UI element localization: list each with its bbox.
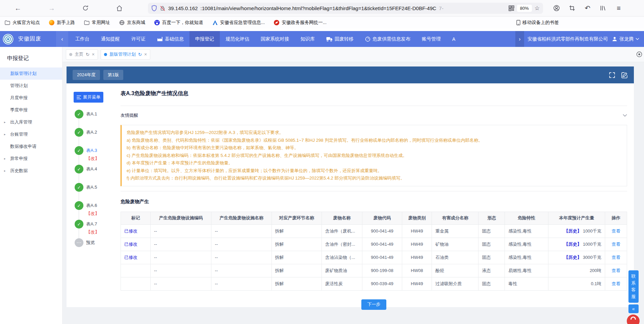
bookmark-item[interactable]: 安徽省应急管理信息... [212, 20, 265, 26]
nav-item-知识库[interactable]: 知识库 [295, 31, 320, 47]
expand-arrow-icon: ▸ [4, 120, 6, 124]
sidebar-item-label: 台账管理 [10, 131, 28, 137]
bookmark-star-icon[interactable]: ☆ [535, 5, 540, 12]
tab-refresh-icon[interactable]: ↻ [86, 52, 89, 57]
screenshot-crop-icon[interactable] [567, 3, 577, 13]
tab-close-icon[interactable]: × [144, 52, 147, 57]
wizard-step-表A.2[interactable]: ✓表A.2 [75, 128, 121, 137]
bookmark-label: 京东商城 [127, 20, 145, 26]
nav-item-通知提醒[interactable]: 通知提醒 [95, 31, 126, 47]
sidebar-item-台账管理[interactable]: ▸台账管理 [0, 128, 62, 140]
bookmark-item[interactable]: 火狐官方站点 [5, 20, 40, 26]
library-icon[interactable] [598, 3, 608, 13]
column-header: 本年度预计产生量 [548, 212, 605, 224]
company-expand-chevron[interactable]: › [515, 31, 524, 47]
tab-新版管理计划[interactable]: 新版管理计划↻× [101, 49, 150, 60]
bookmark-label: 新手上路 [57, 20, 75, 26]
sidebar-item-数据修改申请[interactable]: 数据修改申请 [0, 140, 62, 153]
chevron-down-icon [636, 38, 639, 40]
sidebar-item-季度申报[interactable]: 季度申报 [0, 104, 62, 116]
url-path-faded: 7- [439, 5, 443, 11]
view-link[interactable]: 查看 [612, 281, 620, 286]
qr-code-icon[interactable] [509, 5, 514, 11]
zoom-level-badge[interactable]: 80% [517, 5, 532, 12]
notice-box: 危险废物产生情况填写内容参见HJ 1259—2022附录 A.3，填写应满足以下… [121, 125, 627, 186]
menu-icon[interactable]: ≡ [614, 3, 624, 13]
form-panel: 展开菜单 ✓表A.1✓表A.2✓表A.3【改】✓表A.4✓表A.5✓表A.6【改… [67, 83, 634, 307]
tab-bar: 主页↻×新版管理计划↻× [62, 47, 644, 62]
sidebar-item-新版管理计划[interactable]: 新版管理计划 [0, 68, 62, 80]
notice-line: b) 有害成分名称：危险废物中对环境有害的主要污染物名称，如苯系物、氰化物、砷等… [127, 144, 622, 152]
nav-item-基础信息[interactable]: 基础信息 [151, 31, 189, 47]
forward-icon[interactable]: → [46, 2, 57, 14]
undo-history-icon[interactable]: ↶ [583, 3, 593, 13]
service-collapse-button[interactable]: « [628, 304, 639, 313]
user-menu[interactable]: 张龙腾 [612, 36, 639, 42]
view-link[interactable]: 查看 [612, 242, 620, 247]
sidebar-item-历史数据[interactable]: ▸历史数据 [0, 165, 62, 177]
nav-item-工作台[interactable]: 工作台 [70, 31, 95, 47]
history-tag[interactable]: 【历史】 [564, 255, 582, 260]
bookmark-item[interactable]: 新手上路 [49, 20, 75, 26]
section-title: 危险废物产生 [121, 199, 627, 205]
nav-item-账号管理[interactable]: 账号管理 [416, 31, 446, 47]
fullscreen-icon[interactable] [609, 72, 615, 78]
url-bar[interactable]: 39.145.0.162:10081/main/view/home/horizo… [148, 3, 543, 14]
bookmark-item[interactable]: 安徽政务服务网统一... [274, 20, 327, 26]
sidebar-item-管理计划[interactable]: 管理计划 [0, 80, 62, 92]
tab-refresh-icon[interactable]: ↻ [138, 52, 142, 57]
bookmark-item[interactable]: 常用网址 [84, 20, 110, 26]
version-badge[interactable]: 第1版 [103, 70, 123, 80]
sidebar-item-出入库管理[interactable]: ▸出入库管理 [0, 116, 62, 128]
bookmark-label: 火狐官方站点 [12, 20, 40, 26]
contact-service-button[interactable]: 联系客服 [628, 270, 639, 303]
wizard-step-表A.7[interactable]: ✓表A.7 [75, 220, 121, 228]
nav-item-申报登记[interactable]: 申报登记 [189, 31, 220, 47]
tab-主页[interactable]: 主页↻× [66, 49, 98, 60]
sidebar-item-异常申报[interactable]: ▸异常申报 [0, 153, 62, 165]
wizard-step-预览[interactable]: ⋯预览 [75, 238, 121, 247]
collapse-chevron-icon[interactable] [623, 114, 627, 117]
view-link[interactable]: 查看 [612, 255, 620, 260]
wizard-step-表A.3[interactable]: ✓表A.3 [75, 146, 121, 155]
mobile-bookmarks[interactable]: 移动设备上的书签 [516, 20, 559, 26]
nav-item-许可证[interactable]: 许可证 [126, 31, 151, 47]
wizard-step-表A.4[interactable]: ✓表A.4 [75, 165, 121, 173]
tab-close-icon[interactable]: × [92, 52, 95, 57]
amount-value: 3000千克 [583, 255, 601, 260]
reload-icon[interactable] [80, 2, 91, 14]
account-icon[interactable] [551, 3, 562, 13]
shield-icon[interactable] [151, 5, 157, 11]
sidebar-item-label: 异常申报 [10, 156, 28, 162]
back-icon[interactable]: ← [12, 2, 24, 14]
gov-icon [274, 20, 279, 25]
wizard-step-表A.1[interactable]: ✓表A.1 [75, 110, 121, 118]
view-link[interactable]: 查看 [612, 268, 620, 273]
tab-options-icon[interactable] [636, 51, 643, 58]
amount-value: 1000千克 [583, 228, 601, 234]
sidebar-item-月度申报[interactable]: 月度申报 [0, 92, 62, 104]
modified-tag: 【改】 [86, 155, 121, 162]
app-navbar: 安徽固废 ‹ 工作台通知提醒许可证基础信息申报登记规范化评估国家系统对接知识库固… [0, 31, 644, 47]
wizard-step-表A.5[interactable]: ✓表A.5 [75, 183, 121, 192]
history-tag[interactable]: 【历史】 [564, 242, 582, 247]
nav-item-A[interactable]: A [446, 31, 461, 47]
expand-menu-button[interactable]: 展开菜单 [74, 92, 103, 103]
bookmark-item[interactable]: 京东商城 [119, 20, 145, 26]
menu-collapse-chevron[interactable]: ‹ [56, 31, 68, 47]
wizard-step-表A.6[interactable]: ✓表A.6 [75, 201, 121, 210]
nav-item-固废转移[interactable]: 固废转移 [320, 31, 359, 47]
home-icon[interactable] [113, 2, 125, 14]
year-badge[interactable]: 2024年度 [73, 70, 100, 80]
view-link[interactable]: 查看 [612, 228, 620, 234]
edit-icon[interactable] [621, 72, 628, 78]
nav-item-国家系统对接[interactable]: 国家系统对接 [255, 31, 295, 47]
insecure-lock-icon[interactable] [160, 5, 165, 11]
history-tag[interactable]: 【历史】 [564, 228, 582, 234]
bookmark-item[interactable]: 百度一下，你就知道 [154, 20, 203, 26]
cell-waste-code: 900-041-49 [362, 238, 402, 251]
nav-item-label: A [452, 36, 455, 42]
nav-item-规范化评估[interactable]: 规范化评估 [220, 31, 255, 47]
nav-item-危废供需信息发布[interactable]: 危废供需信息发布 [359, 31, 416, 47]
next-step-button[interactable]: 下一步 [361, 299, 386, 310]
